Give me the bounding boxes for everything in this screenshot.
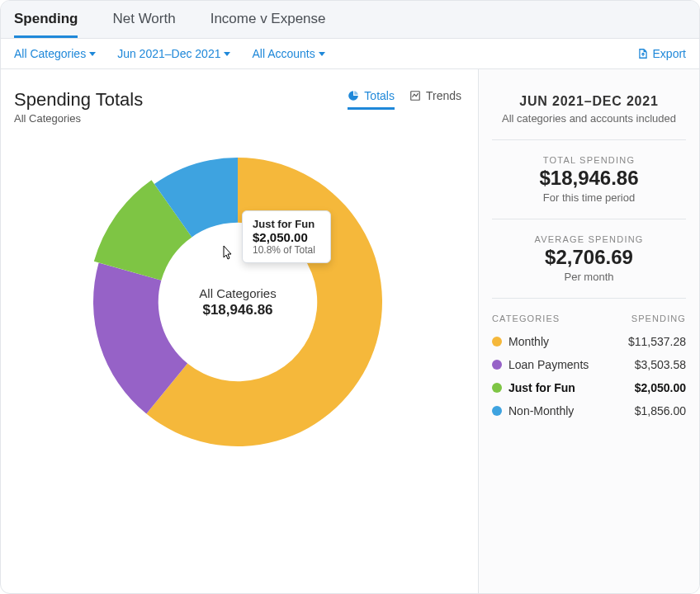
category-table-header: CATEGORIES SPENDING [492, 314, 686, 323]
avg-spending-block: AVERAGE SPENDING $2,706.69 Per month [492, 234, 686, 283]
color-swatch [492, 337, 502, 346]
category-amount: $3,503.58 [635, 358, 686, 371]
chart-center-label: All Categories [199, 286, 276, 300]
tab-spending[interactable]: Spending [14, 11, 78, 38]
top-tabs: Spending Net Worth Income v Expense [1, 1, 699, 39]
avg-spending-label: AVERAGE SPENDING [492, 234, 686, 244]
filter-category[interactable]: All Categories [14, 47, 96, 60]
total-spending-sub: For this time period [492, 191, 686, 204]
export-button[interactable]: Export [637, 47, 686, 60]
chevron-down-icon [89, 52, 96, 56]
filter-period[interactable]: Jun 2021–Dec 2021 [117, 47, 230, 60]
filter-period-label: Jun 2021–Dec 2021 [117, 47, 220, 60]
total-spending-label: TOTAL SPENDING [492, 155, 686, 165]
divider [492, 298, 686, 299]
page-subtitle: All Categories [14, 112, 143, 125]
category-table-body: Monthly$11,537.28Loan Payments$3,503.58J… [492, 335, 686, 417]
sidebar-period-title: JUN 2021–DEC 2021 [492, 94, 686, 109]
app-window: Spending Net Worth Income v Expense All … [0, 0, 700, 594]
page-title: Spending Totals [14, 89, 143, 111]
category-amount: $11,537.28 [628, 335, 686, 348]
avg-spending-value: $2,706.69 [492, 246, 686, 269]
export-label: Export [653, 47, 686, 60]
col-categories: CATEGORIES [492, 314, 560, 323]
summary-sidebar: JUN 2021–DEC 2021 All categories and acc… [478, 69, 699, 593]
main-header: Spending Totals All Categories Totals [14, 89, 461, 125]
filter-category-label: All Categories [14, 47, 86, 60]
total-spending-value: $18,946.86 [492, 167, 686, 190]
filter-accounts-label: All Accounts [252, 47, 315, 60]
export-icon [637, 48, 649, 59]
view-tab-totals-label: Totals [364, 89, 395, 102]
sidebar-period-sub: All categories and accounts included [492, 112, 686, 125]
filter-accounts[interactable]: All Accounts [252, 47, 324, 60]
category-row[interactable]: Monthly$11,537.28 [492, 335, 686, 348]
tooltip-name: Just for Fun [253, 218, 320, 230]
color-swatch [492, 406, 502, 416]
tab-income-v-expense[interactable]: Income v Expense [210, 11, 326, 38]
category-amount: $1,856.00 [635, 404, 686, 417]
avg-spending-sub: Per month [492, 271, 686, 283]
divider [492, 219, 686, 219]
category-name: Non-Monthly [508, 404, 574, 417]
category-row[interactable]: Just for Fun$2,050.00 [492, 381, 686, 394]
filter-bar: All Categories Jun 2021–Dec 2021 All Acc… [1, 39, 699, 69]
category-row[interactable]: Non-Monthly$1,856.00 [492, 404, 686, 417]
line-chart-icon [409, 90, 421, 101]
chart-tooltip: Just for Fun $2,050.00 10.8% of Total [242, 210, 331, 263]
category-name: Loan Payments [508, 358, 589, 371]
main-panel: Spending Totals All Categories Totals [1, 69, 478, 593]
view-tab-totals[interactable]: Totals [348, 89, 395, 110]
content-area: Spending Totals All Categories Totals [1, 69, 699, 593]
tooltip-pct: 10.8% of Total [253, 244, 320, 256]
tab-net-worth[interactable]: Net Worth [112, 11, 175, 38]
color-swatch [492, 383, 502, 393]
tooltip-value: $2,050.00 [253, 230, 320, 244]
view-tabs: Totals Trends [348, 89, 461, 110]
main-title-block: Spending Totals All Categories [14, 89, 143, 125]
col-spending: SPENDING [631, 314, 686, 323]
divider [492, 139, 686, 140]
category-amount: $2,050.00 [635, 381, 686, 394]
chart-center: All Categories $18,946.86 [85, 149, 390, 455]
view-tab-trends-label: Trends [426, 89, 461, 102]
total-spending-block: TOTAL SPENDING $18,946.86 For this time … [492, 155, 686, 204]
category-name: Monthly [508, 335, 549, 348]
pie-chart-icon [348, 90, 359, 101]
view-tab-trends[interactable]: Trends [409, 89, 461, 110]
donut-chart[interactable]: All Categories $18,946.86 Just for Fun $… [85, 149, 390, 455]
category-name: Just for Fun [508, 381, 575, 394]
chart-center-value: $18,946.86 [202, 302, 272, 318]
category-row[interactable]: Loan Payments$3,503.58 [492, 358, 686, 371]
chevron-down-icon [224, 52, 230, 56]
chevron-down-icon [319, 52, 325, 56]
color-swatch [492, 360, 502, 370]
